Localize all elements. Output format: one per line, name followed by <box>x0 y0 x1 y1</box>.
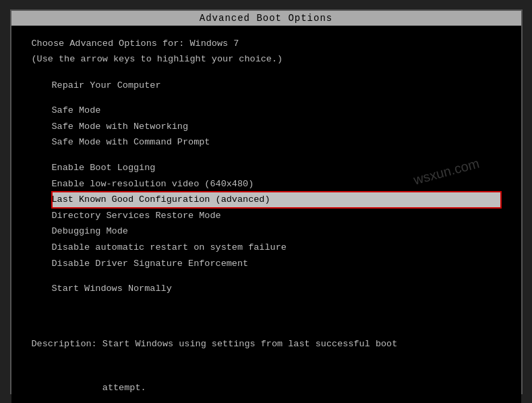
menu-item[interactable]: Repair Your Computer <box>52 78 501 94</box>
menu-item[interactable]: Disable automatic restart on system fail… <box>52 240 501 256</box>
menu-item[interactable]: Enable low-resolution video (640x480) <box>52 176 501 192</box>
menu-item[interactable]: Debugging Mode <box>52 223 501 240</box>
menu-item[interactable]: Enable Boot Logging <box>52 160 501 176</box>
menu-item[interactable]: Directory Services Restore Mode <box>52 208 501 224</box>
menu-item[interactable]: Safe Mode with Networking <box>52 119 501 135</box>
title-bar: Advanced Boot Options <box>11 11 521 26</box>
menu-item[interactable] <box>52 93 501 103</box>
main-content: Choose Advanced Options for: Windows 7 (… <box>11 26 521 404</box>
menu-item[interactable]: Start Windows Normally <box>52 281 501 297</box>
description-line1: Description: Start Windows using setting… <box>32 337 501 352</box>
menu-item[interactable]: Disable Driver Signature Enforcement <box>52 256 501 272</box>
description-area: Description: Start Windows using setting… <box>32 308 501 403</box>
description-line2: attempt. <box>32 381 501 396</box>
menu-item[interactable] <box>52 151 501 160</box>
menu-item[interactable]: Last Known Good Configuration (advanced) <box>52 192 501 208</box>
title-text: Advanced Boot Options <box>200 13 332 24</box>
menu-item[interactable]: Safe Mode <box>52 103 501 119</box>
intro-line1: Choose Advanced Options for: Windows 7 <box>32 36 501 51</box>
boot-screen: Advanced Boot Options Choose Advanced Op… <box>10 9 523 394</box>
menu-item[interactable] <box>52 271 501 281</box>
menu-item[interactable]: Safe Mode with Command Prompt <box>52 134 501 151</box>
menu-list: Repair Your ComputerSafe ModeSafe Mode w… <box>52 78 501 297</box>
intro-line2: (Use the arrow keys to highlight your ch… <box>32 52 501 67</box>
